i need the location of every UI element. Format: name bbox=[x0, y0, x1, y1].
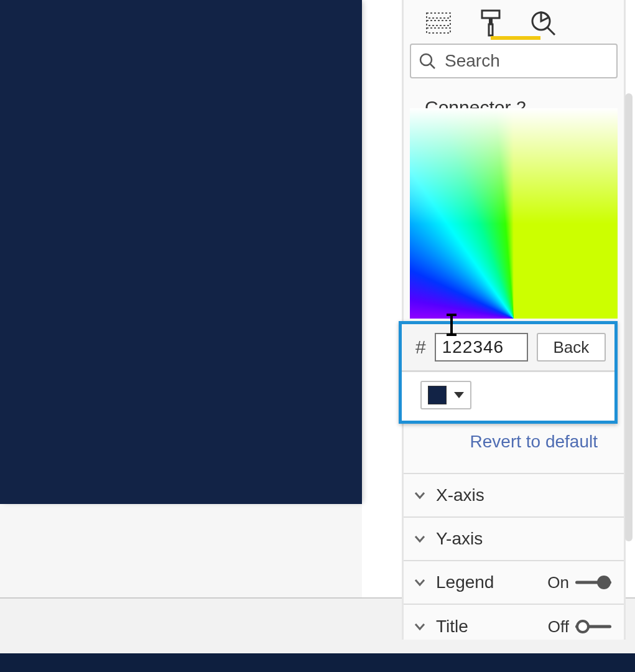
svg-point-8 bbox=[420, 54, 432, 65]
svg-line-9 bbox=[430, 64, 435, 68]
search-input[interactable] bbox=[445, 51, 609, 71]
section-label: Title bbox=[436, 617, 468, 637]
section-row-x-axis[interactable]: X-axis bbox=[404, 474, 624, 518]
section-row-y-axis[interactable]: Y-axis bbox=[404, 518, 624, 561]
svg-rect-3 bbox=[482, 11, 499, 18]
analytics-tab-icon[interactable] bbox=[529, 9, 557, 37]
color-spectrum[interactable] bbox=[410, 108, 618, 319]
chevron-down-icon bbox=[412, 531, 427, 546]
section-header-clipped: Connector 2 bbox=[425, 97, 526, 108]
format-sections: X-axis Y-axis Legend On bbox=[404, 473, 624, 648]
visualizations-format-panel: Connector 2 # Back Revert to default bbox=[402, 0, 626, 640]
revert-to-default-link[interactable]: Revert to default bbox=[470, 432, 598, 452]
svg-line-7 bbox=[547, 27, 555, 35]
search-icon bbox=[419, 52, 436, 70]
report-canvas[interactable] bbox=[0, 0, 362, 597]
chevron-down-icon bbox=[412, 488, 427, 503]
chevron-down-icon bbox=[412, 575, 427, 590]
back-button[interactable]: Back bbox=[537, 333, 606, 362]
section-row-legend[interactable]: Legend On bbox=[404, 561, 624, 605]
toggle-state-label: On bbox=[547, 573, 569, 592]
search-box[interactable] bbox=[410, 44, 618, 78]
section-label: Legend bbox=[436, 572, 494, 592]
text-cursor-icon bbox=[450, 314, 453, 336]
toggle-state-label: Off bbox=[548, 617, 569, 637]
panel-scrollbar[interactable] bbox=[625, 93, 633, 541]
section-label: X-axis bbox=[436, 485, 484, 505]
fields-tab-icon[interactable] bbox=[425, 9, 452, 37]
chevron-down-icon bbox=[454, 392, 464, 398]
title-toggle[interactable] bbox=[575, 620, 611, 633]
legend-toggle[interactable] bbox=[575, 576, 611, 589]
hex-prefix-label: # bbox=[415, 337, 426, 358]
color-hex-block: # Back bbox=[399, 321, 618, 424]
status-bar bbox=[0, 653, 635, 672]
panel-tabs bbox=[404, 0, 624, 41]
active-tab-indicator bbox=[491, 36, 540, 40]
svg-rect-5 bbox=[489, 24, 493, 35]
format-tab-icon[interactable] bbox=[477, 9, 504, 37]
svg-rect-0 bbox=[427, 13, 450, 18]
color-swatch-chip bbox=[428, 386, 447, 404]
section-label: Y-axis bbox=[436, 529, 483, 549]
visual-background[interactable] bbox=[0, 0, 362, 504]
hex-input[interactable] bbox=[435, 333, 528, 362]
svg-rect-1 bbox=[427, 21, 450, 26]
section-row-title[interactable]: Title Off bbox=[404, 605, 624, 648]
svg-rect-2 bbox=[427, 28, 450, 33]
color-swatch-dropdown[interactable] bbox=[420, 381, 471, 409]
chevron-down-icon bbox=[412, 619, 427, 634]
